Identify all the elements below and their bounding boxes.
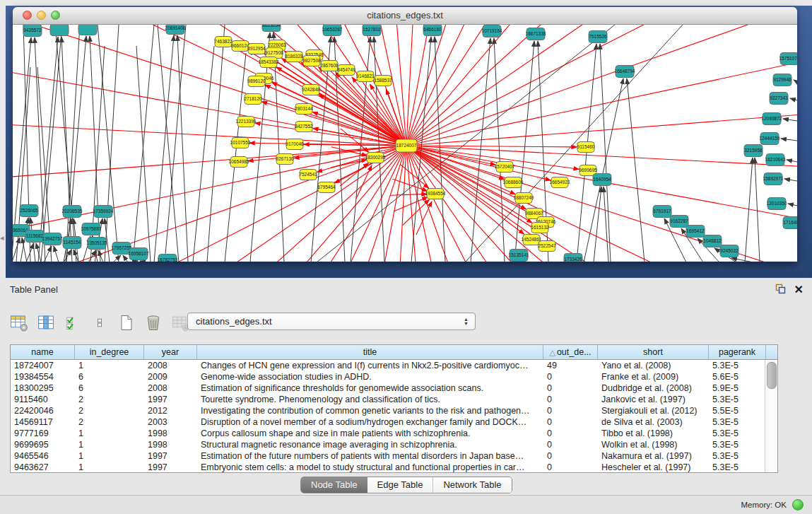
table-cell[interactable]: 19384554 xyxy=(11,371,75,382)
table-cell[interactable]: 1 xyxy=(75,450,144,462)
table-cell[interactable]: Changes of HCN gene expression and I(f) … xyxy=(197,360,543,371)
minimize-window-button[interactable] xyxy=(37,11,46,20)
table-cell[interactable]: Estimation of the future numbers of pati… xyxy=(197,450,543,462)
table-cell[interactable]: 5.3E-5 xyxy=(709,439,766,450)
table-cell[interactable]: 9115460 xyxy=(11,394,75,405)
column-header-pagerank[interactable]: pagerank xyxy=(709,345,766,359)
table-cell[interactable]: 5.6E-5 xyxy=(709,371,766,382)
collapse-left-panel-arrow[interactable]: ◂ xyxy=(0,233,4,243)
table-cell[interactable]: 1997 xyxy=(144,394,197,405)
table-cell[interactable]: 1997 xyxy=(144,450,197,462)
table-cell[interactable]: 1998 xyxy=(144,428,197,439)
table-cell[interactable]: 9465546 xyxy=(11,450,75,462)
table-cell[interactable]: 2003 xyxy=(144,416,197,428)
column-header-short[interactable]: short xyxy=(598,345,709,359)
table-cell[interactable]: Franke et al. (2009) xyxy=(598,371,709,382)
vertical-scrollbar[interactable] xyxy=(765,360,777,472)
attribute-table[interactable]: namein_degreeyeartitle△out_de...shortpag… xyxy=(10,344,778,473)
table-cell[interactable]: Nakamura et al. (1997) xyxy=(598,450,709,462)
table-settings-icon[interactable] xyxy=(10,313,28,332)
table-cell[interactable]: 2009 xyxy=(144,371,197,382)
table-cell[interactable]: 2 xyxy=(75,394,144,405)
table-cell[interactable]: 5.9E-5 xyxy=(709,382,766,394)
table-cell[interactable]: 1 xyxy=(75,462,144,473)
table-body[interactable]: 1872400712008Changes of HCN gene express… xyxy=(11,360,777,473)
table-cell[interactable]: 0 xyxy=(543,462,598,473)
table-cell[interactable]: Stergiakouli et al. (2012) xyxy=(598,405,709,416)
table-cell[interactable]: 2 xyxy=(75,405,144,416)
table-cell[interactable]: Genome-wide association studies in ADHD. xyxy=(197,371,543,382)
table-cell[interactable]: Hescheler et al. (1997) xyxy=(598,462,709,473)
table-cell[interactable]: Structural magnetic resonance image aver… xyxy=(197,439,543,450)
table-row[interactable]: 946362711997Embryonic stem cells: a mode… xyxy=(11,462,777,473)
table-cell[interactable]: 0 xyxy=(543,405,598,416)
table-cell[interactable]: Dudbridge et al. (2008) xyxy=(598,382,709,394)
select-rows-icon[interactable] xyxy=(64,313,82,332)
table-cell[interactable]: 2012 xyxy=(144,405,197,416)
table-cell[interactable]: Corpus callosum shape and size in male p… xyxy=(197,428,543,439)
table-cell[interactable]: 1997 xyxy=(144,462,197,473)
table-cell[interactable]: Tourette syndrome. Phenomenology and cla… xyxy=(197,394,543,405)
table-select-dropdown[interactable]: citations_edges.txt ▲▼ xyxy=(187,313,476,330)
tab-network-table[interactable]: Network Table xyxy=(433,477,511,493)
table-cell[interactable]: Yano et al. (2008) xyxy=(598,360,709,371)
scrollbar-thumb[interactable] xyxy=(767,362,777,389)
table-row[interactable]: 977716911998Corpus callosum shape and si… xyxy=(11,428,777,439)
table-row[interactable]: 1830029562008Estimation of significance … xyxy=(11,382,777,394)
close-panel-icon[interactable]: ✕ xyxy=(794,284,804,296)
table-cell[interactable]: 6 xyxy=(75,371,144,382)
toggle-rows-icon[interactable] xyxy=(90,313,109,332)
table-cell[interactable]: 22420046 xyxy=(11,405,75,416)
float-panel-icon[interactable] xyxy=(775,283,786,297)
table-row[interactable]: 969969511998Structural magnetic resonanc… xyxy=(11,439,777,450)
show-columns-icon[interactable] xyxy=(37,313,55,332)
table-cell[interactable]: 18300295 xyxy=(11,382,75,394)
zoom-window-button[interactable] xyxy=(51,11,60,20)
table-cell[interactable]: 5.3E-5 xyxy=(709,428,766,439)
table-cell[interactable]: 18724007 xyxy=(11,360,75,371)
table-cell[interactable]: 1 xyxy=(75,439,144,450)
network-window[interactable]: citations_edges.txt 94355722069140686130… xyxy=(13,7,797,262)
table-cell[interactable]: 0 xyxy=(543,428,598,439)
table-cell[interactable]: Estimation of significance thresholds fo… xyxy=(197,382,543,394)
table-cell[interactable]: 0 xyxy=(543,371,598,382)
new-document-icon[interactable] xyxy=(117,313,136,332)
table-cell[interactable]: Jankovic et al. (1997) xyxy=(598,394,709,405)
table-row[interactable]: 1938455462009Genome-wide association stu… xyxy=(11,371,777,382)
table-cell[interactable]: Embryonic stem cells: a model to study s… xyxy=(197,462,543,473)
table-cell[interactable]: 5.3E-5 xyxy=(709,450,766,462)
table-cell[interactable]: 5.3E-5 xyxy=(709,394,766,405)
table-cell[interactable]: Investigating the contribution of common… xyxy=(197,405,543,416)
table-cell[interactable]: 1998 xyxy=(144,439,197,450)
table-cell[interactable]: 5.3E-5 xyxy=(709,360,766,371)
table-cell[interactable]: 0 xyxy=(543,439,598,450)
table-row[interactable]: 1456911722003Disruption of a novel membe… xyxy=(11,416,777,428)
table-cell[interactable]: 6 xyxy=(75,382,144,394)
table-cell[interactable]: 0 xyxy=(543,382,598,394)
graph-node[interactable] xyxy=(78,25,97,35)
table-cell[interactable]: 2008 xyxy=(144,382,197,394)
column-header-out_de[interactable]: △out_de... xyxy=(543,345,598,359)
network-canvas[interactable]: 9435572206914068613054106532871527802646… xyxy=(13,25,797,262)
table-header-row[interactable]: namein_degreeyeartitle△out_de...shortpag… xyxy=(11,345,777,360)
table-cell[interactable]: 0 xyxy=(543,450,598,462)
tab-edge-table[interactable]: Edge Table xyxy=(367,477,433,493)
table-row[interactable]: 911546021997Tourette syndrome. Phenomeno… xyxy=(11,394,777,405)
column-header-in_degree[interactable]: in_degree xyxy=(75,345,144,359)
table-cell[interactable]: 1 xyxy=(75,360,144,371)
table-cell[interactable]: Disruption of a novel member of a sodium… xyxy=(197,416,543,428)
table-cell[interactable]: 9777169 xyxy=(11,428,75,439)
column-header-year[interactable]: year xyxy=(144,345,197,359)
table-row[interactable]: 1872400712008Changes of HCN gene express… xyxy=(11,360,777,371)
table-cell[interactable]: Tibbo et al. (1998) xyxy=(598,428,709,439)
table-row[interactable]: 2242004622012Investigating the contribut… xyxy=(11,405,777,416)
tab-node-table[interactable]: Node Table xyxy=(301,477,367,493)
table-cell[interactable]: 2008 xyxy=(144,360,197,371)
network-window-titlebar[interactable]: citations_edges.txt xyxy=(13,7,797,25)
table-cell[interactable]: 49 xyxy=(543,360,598,371)
table-cell[interactable]: 5.5E-5 xyxy=(709,405,766,416)
table-cell[interactable]: de Silva et al. (2003) xyxy=(598,416,709,428)
table-cell[interactable]: 14569117 xyxy=(11,416,75,428)
memory-status-indicator[interactable] xyxy=(792,499,804,510)
table-cell[interactable]: 9463627 xyxy=(11,462,75,473)
